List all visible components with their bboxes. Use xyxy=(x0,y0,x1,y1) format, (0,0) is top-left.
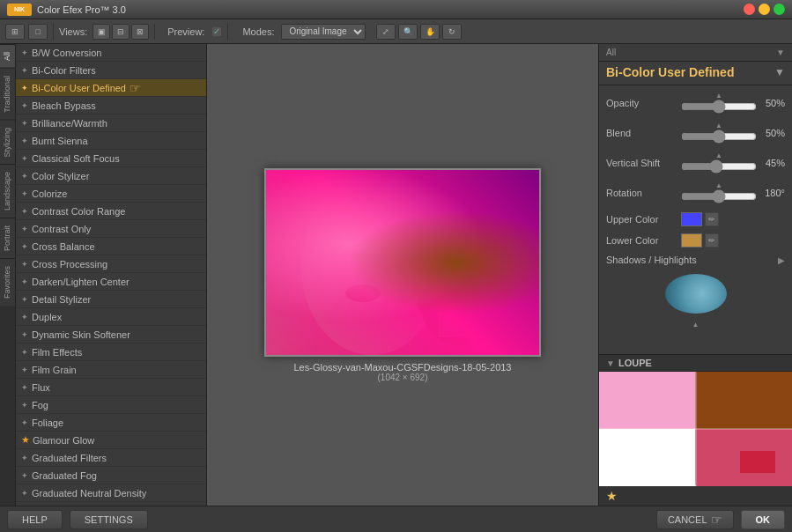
star-dynamic-skin[interactable]: ✦ xyxy=(21,330,28,339)
filter-tabs: All Traditional Stylizing Landscape Port… xyxy=(0,44,16,506)
star-flux[interactable]: ✦ xyxy=(21,383,28,392)
slider-arrow-bottom: ▲ xyxy=(606,321,785,329)
filter-bicolor-filters[interactable]: ✦ Bi-Color Filters xyxy=(16,62,206,79)
view-btn-2[interactable]: ⊟ xyxy=(112,24,130,40)
settings-button[interactable]: SETTINGS xyxy=(70,510,148,529)
help-button[interactable]: HELP xyxy=(7,510,63,529)
ok-button[interactable]: OK xyxy=(741,510,786,529)
maximize-button[interactable] xyxy=(773,4,785,15)
tab-traditional[interactable]: Traditional xyxy=(0,68,15,120)
upper-color-edit-btn[interactable]: ✏ xyxy=(705,212,719,226)
star-film-effects[interactable]: ✦ xyxy=(21,348,28,357)
tab-stylizing[interactable]: Stylizing xyxy=(0,120,15,165)
filter-burnt-sienna[interactable]: ✦ Burnt Sienna xyxy=(16,132,206,150)
star-graduated-nd[interactable]: ✦ xyxy=(21,489,28,498)
filter-graduated-filters[interactable]: ✦ Graduated Filters xyxy=(16,449,206,467)
star-fog[interactable]: ✦ xyxy=(21,401,28,410)
star-bleach[interactable]: ✦ xyxy=(21,101,28,110)
tab-favorites[interactable]: Favorites xyxy=(0,258,15,306)
blend-slider-container: ▲ xyxy=(681,122,757,144)
tab-all[interactable]: All xyxy=(0,44,15,68)
star-graduated-filters[interactable]: ✦ xyxy=(21,454,28,462)
filter-darken-lighten[interactable]: ✦ Darken/Lighten Center xyxy=(16,273,206,291)
filter-cross-balance[interactable]: ✦ Cross Balance xyxy=(16,238,206,255)
star-brilliance[interactable]: ✦ xyxy=(21,119,28,128)
star-color-stylizer[interactable]: ✦ xyxy=(21,172,28,181)
filter-name-dropdown[interactable]: ▼ xyxy=(774,66,785,78)
pan-btn[interactable]: ✋ xyxy=(420,24,440,40)
rotation-value: 180° xyxy=(757,188,785,198)
blend-slider[interactable] xyxy=(681,129,757,144)
star-film-grain[interactable]: ✦ xyxy=(21,366,28,374)
filter-film-grain[interactable]: ✦ Film Grain xyxy=(16,361,206,379)
filter-classical-soft[interactable]: ✦ Classical Soft Focus xyxy=(16,150,206,167)
view-btn-3[interactable]: ⊠ xyxy=(131,24,149,40)
tab-portrait[interactable]: Portrait xyxy=(0,218,15,258)
minimize-button[interactable] xyxy=(759,4,770,15)
zoom-fit-btn[interactable]: ⤢ xyxy=(376,24,396,40)
modes-select[interactable]: Original Image xyxy=(281,24,366,40)
active-arrow: ☞ xyxy=(130,81,141,95)
filter-bw-conversion[interactable]: ✦ B/W Conversion xyxy=(16,44,206,62)
cancel-button[interactable]: CANCEL ☞ xyxy=(656,510,734,529)
star-detail[interactable]: ✦ xyxy=(21,295,28,304)
star-graduated-fog[interactable]: ✦ xyxy=(21,471,28,480)
svg-rect-7 xyxy=(470,223,492,311)
filter-graduated-fog[interactable]: ✦ Graduated Fog xyxy=(16,467,206,484)
filter-color-stylizer[interactable]: ✦ Color Stylizer xyxy=(16,167,206,185)
star-duplex[interactable]: ✦ xyxy=(21,313,28,321)
filter-foliage[interactable]: ✦ Foliage xyxy=(16,414,206,432)
filter-graduated-nd[interactable]: ✦ Graduated Neutral Density xyxy=(16,484,206,502)
filter-duplex[interactable]: ✦ Duplex xyxy=(16,308,206,326)
star-darken[interactable]: ✦ xyxy=(21,277,28,286)
close-button[interactable] xyxy=(744,4,755,15)
zoom-in-btn[interactable]: 🔍 xyxy=(398,24,418,40)
star-cross-processing[interactable]: ✦ xyxy=(21,260,28,269)
filter-contrast-only[interactable]: ✦ Contrast Only xyxy=(16,220,206,238)
preview-area: Les-Glossy-van-Maxou-CGSFDesigns-18-05-2… xyxy=(207,44,598,506)
filter-bicolor-user-defined[interactable]: ✦ Bi-Color User Defined ☞ xyxy=(16,79,206,97)
star-contrast-only[interactable]: ✦ xyxy=(21,225,28,233)
upper-color-swatch[interactable] xyxy=(681,212,702,226)
rotate-btn[interactable]: ↻ xyxy=(442,24,462,40)
lower-color-edit-btn[interactable]: ✏ xyxy=(705,233,719,248)
grid-view-btn[interactable]: ⊞ xyxy=(5,24,25,40)
star-classical[interactable]: ✦ xyxy=(21,154,28,163)
rotation-slider[interactable] xyxy=(681,189,757,203)
single-view-btn[interactable]: □ xyxy=(28,24,48,40)
filter-bleach-bypass[interactable]: ✦ Bleach Bypass xyxy=(16,97,206,115)
filter-dynamic-skin[interactable]: ✦ Dynamic Skin Softener xyxy=(16,326,206,344)
star-colorize[interactable]: ✦ xyxy=(21,189,28,198)
star-bicolor-filters[interactable]: ✦ xyxy=(21,66,28,75)
filter-colorize[interactable]: ✦ Colorize xyxy=(16,185,206,203)
lower-color-swatch[interactable] xyxy=(681,233,702,248)
filter-flux[interactable]: ✦ Flux xyxy=(16,379,206,396)
preview-checkbox[interactable]: ✓ xyxy=(211,26,222,37)
filter-brilliance[interactable]: ✦ Brilliance/Warmth xyxy=(16,115,206,132)
filter-fog[interactable]: ✦ Fog xyxy=(16,396,206,414)
svg-rect-11 xyxy=(438,311,491,337)
tab-landscape[interactable]: Landscape xyxy=(0,164,15,218)
loupe-favorites-star[interactable]: ★ xyxy=(606,489,618,503)
control-circle[interactable] xyxy=(665,274,727,314)
control-circle-container xyxy=(606,270,785,317)
star-burnt[interactable]: ✦ xyxy=(21,137,28,145)
blend-arrow: ▲ xyxy=(715,122,722,129)
sh-expand-arrow[interactable]: ▶ xyxy=(778,255,785,265)
opacity-slider[interactable] xyxy=(681,100,757,114)
filter-contrast-color-range[interactable]: ✦ Contrast Color Range xyxy=(16,203,206,220)
filter-film-effects[interactable]: ✦ Film Effects xyxy=(16,344,206,361)
star-foliage[interactable]: ✦ xyxy=(21,418,28,427)
star-contrast-color[interactable]: ✦ xyxy=(21,207,28,216)
loupe-header[interactable]: ▼ LOUPE xyxy=(599,355,792,372)
vertical-shift-slider[interactable] xyxy=(681,159,757,174)
star-bw[interactable]: ✦ xyxy=(21,48,28,57)
filter-detail-stylizer[interactable]: ✦ Detail Stylizer xyxy=(16,291,206,308)
filter-cross-processing[interactable]: ✦ Cross Processing xyxy=(16,255,206,273)
star-bicolor-user[interactable]: ✦ xyxy=(21,84,28,92)
fav-star-glamour[interactable]: ★ xyxy=(21,434,30,446)
star-cross-balance[interactable]: ✦ xyxy=(21,242,28,251)
filter-glamour-glow[interactable]: ★ Glamour Glow xyxy=(16,432,206,449)
header-dropdown-arrow[interactable]: ▼ xyxy=(776,48,785,57)
view-btn-1[interactable]: ▣ xyxy=(93,24,110,40)
